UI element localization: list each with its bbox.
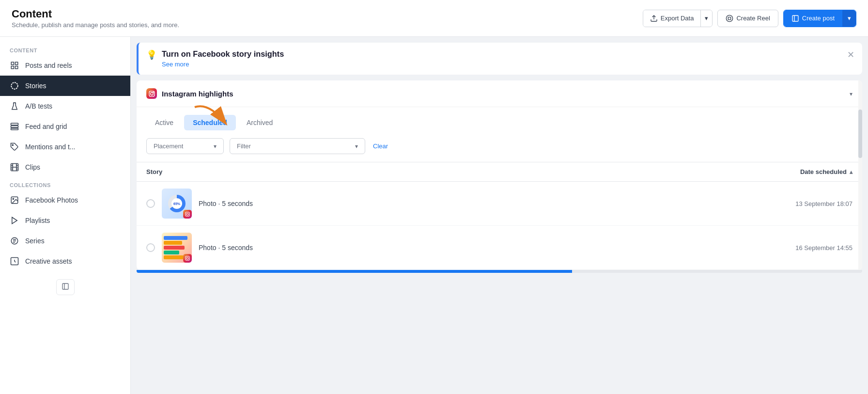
sidebar-label-clips: Clips [25,163,40,171]
table-row: 65% Photo · 5 seconds 13 September 18:07 [137,182,862,226]
svg-rect-5 [11,62,14,64]
tabs-row: Active Scheduled Archived [146,115,852,130]
app-header: Content Schedule, publish and manage pos… [0,0,868,37]
flask-icon [10,101,19,111]
story-row-1-checkbox[interactable] [146,199,155,208]
chevron-down-icon [850,90,852,97]
image-icon [10,195,19,205]
create-reel-button[interactable]: Create Reel [717,10,778,27]
create-post-dropdown[interactable]: ▾ [842,10,856,27]
export-data-dropdown[interactable]: ▾ [700,10,712,27]
sidebar-toggle-icon [62,283,69,290]
sidebar-label-series: Series [25,237,45,245]
export-data-main[interactable]: Export Data [643,10,701,27]
banner-see-more-link[interactable]: See more [162,61,284,68]
banner-close-button[interactable]: ✕ [847,49,854,60]
ig-badge-icon-1 [185,212,190,217]
main-layout: Content Posts and reels Stories A/B test… [0,37,868,394]
sidebar-item-feed-grid[interactable]: Feed and grid [0,116,130,137]
sidebar-toggle-button[interactable] [56,279,75,295]
bulb-icon: 💡 [146,49,157,60]
svg-point-36 [186,213,188,215]
tab-active[interactable]: Active [146,115,182,130]
instagram-highlights-card: Instagram highlights [137,80,862,270]
svg-rect-29 [62,284,68,289]
sidebar-label-playlists: Playlists [25,217,50,224]
filter-dropdown[interactable]: Filter [230,138,365,154]
ig-highlights-title: Instagram highlights [162,90,233,98]
sidebar-section-collections: Collections [0,177,130,190]
playlist-icon [10,216,19,225]
scrollbar-track [858,80,862,270]
post-icon [791,15,799,22]
placement-chevron-icon [214,142,217,150]
svg-rect-3 [792,16,798,21]
grid-icon [10,61,19,70]
sidebar-label-stories: Stories [25,82,46,90]
svg-point-32 [150,92,153,95]
sort-icon[interactable] [850,168,852,175]
story-row-1-thumbnail: 65% [162,189,192,219]
sidebar-item-series[interactable]: Series [0,231,130,251]
clear-filter-button[interactable]: Clear [373,142,388,150]
svg-rect-35 [186,212,189,216]
page-title: Content [12,8,179,20]
sidebar-item-mentions[interactable]: Mentions and t... [0,137,130,157]
create-post-split-button[interactable]: Create post ▾ [783,10,856,27]
sidebar-label-creative-assets: Creative assets [25,257,72,265]
svg-rect-37 [186,256,189,260]
scrollbar-thumb[interactable] [858,110,862,158]
ig-header-title-area: Instagram highlights [146,88,233,99]
sidebar-item-creative-assets[interactable]: Creative assets [0,251,130,271]
banner-text: Turn on Facebook story insights See more [162,49,284,68]
svg-point-1 [727,15,733,21]
header-actions: Export Data ▾ Create Reel Create post ▾ [643,10,856,27]
sidebar-item-playlists[interactable]: Playlists [0,210,130,231]
tab-archived[interactable]: Archived [238,115,281,130]
ig-highlights-collapse-button[interactable] [850,90,852,97]
banner-content: 💡 Turn on Facebook story insights See mo… [146,49,284,68]
story-row-2-info: Photo · 5 seconds [199,244,789,252]
svg-rect-6 [16,62,18,64]
svg-rect-8 [16,66,18,69]
sidebar-label-facebook-photos: Facebook Photos [25,196,78,204]
sidebar-label-mentions: Mentions and t... [25,143,76,151]
svg-point-38 [186,257,188,259]
story-row-1-type: Photo · 5 seconds [199,200,789,207]
ig-highlights-header: Instagram highlights [137,80,862,107]
sidebar-item-stories[interactable]: Stories [0,76,130,96]
header-title-area: Content Schedule, publish and manage pos… [12,8,179,29]
svg-point-14 [12,144,13,145]
sidebar-item-ab-tests[interactable]: A/B tests [0,96,130,116]
banner-title: Turn on Facebook story insights [162,49,284,59]
export-data-button[interactable]: Export Data ▾ [643,10,713,27]
ig-badge-icon-2 [185,256,190,261]
ig-badge-1 [183,210,192,219]
svg-marker-25 [12,217,17,224]
film-icon [10,162,19,172]
date-column-header: Date scheduled [800,168,847,175]
filter-chevron-icon [355,142,358,150]
page-subtitle: Schedule, publish and manage posts and s… [12,21,179,29]
date-column-header-area: Date scheduled [800,168,852,175]
placement-filter[interactable]: Placement [146,138,224,154]
tag-icon [10,142,19,152]
sidebar-item-posts-reels[interactable]: Posts and reels [0,55,130,76]
story-row-2-type: Photo · 5 seconds [199,244,789,252]
table-row: Photo · 5 seconds 16 September 14:55 [137,226,862,270]
story-row-2-thumbnail [162,233,192,263]
svg-point-33 [153,92,153,92]
svg-rect-2 [728,17,731,19]
svg-rect-11 [11,123,18,125]
filter-label: Filter [237,142,251,150]
sidebar-item-clips[interactable]: Clips [0,157,130,177]
story-row-2-date: 16 September 14:55 [795,244,852,252]
tab-scheduled[interactable]: Scheduled [184,115,236,130]
sidebar: Content Posts and reels Stories A/B test… [0,37,131,394]
story-row-2-checkbox[interactable] [146,243,155,252]
horizontal-scrollbar[interactable] [137,270,862,273]
sidebar-label-posts-reels: Posts and reels [25,62,72,69]
sidebar-item-facebook-photos[interactable]: Facebook Photos [0,190,130,210]
create-post-main[interactable]: Create post [784,10,842,27]
tabs-container: Active Scheduled Archived [137,107,862,130]
